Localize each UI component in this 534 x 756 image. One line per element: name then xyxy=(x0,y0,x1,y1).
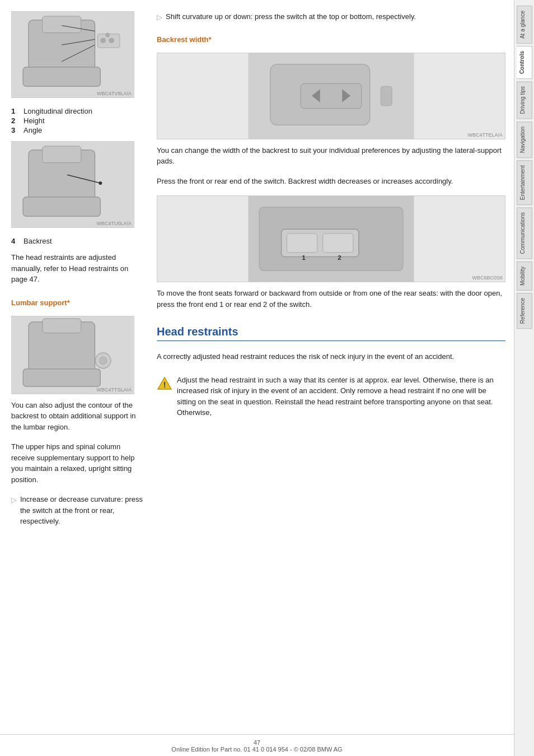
content-area: WBC4TV8LA/A 1 Longitudinal direction 2 H… xyxy=(0,0,514,734)
bullet-arrow-icon-2: ▷ xyxy=(157,12,162,23)
svg-rect-2 xyxy=(23,67,100,87)
svg-rect-28 xyxy=(381,86,392,106)
right-column: ▷ Shift curvature up or down: press the … xyxy=(157,11,505,729)
svg-rect-19 xyxy=(23,368,100,386)
backrest-body2: Press the front or rear end of the switc… xyxy=(157,176,505,187)
svg-text:2: 2 xyxy=(338,254,341,262)
numbered-list-4: 4 Backrest xyxy=(11,237,146,246)
sidebar-tab-driving-tips[interactable]: Driving tips xyxy=(517,81,532,119)
svg-rect-33 xyxy=(323,234,353,253)
sidebar-tab-communications[interactable]: Communications xyxy=(517,207,532,259)
lumbar-image: WBC4TTSLA/A xyxy=(11,316,134,394)
page-footer: 47 Online Edition for Part no. 01 41 0 0… xyxy=(0,734,514,756)
warning-box: ! Adjust the head restraint in such a wa… xyxy=(157,375,505,418)
page-number: 47 xyxy=(254,739,260,746)
lumbar-support-heading: Lumbar support* xyxy=(11,298,146,307)
svg-text:!: ! xyxy=(163,380,166,389)
svg-rect-3 xyxy=(43,16,81,33)
lumbar-bullet1: ▷ Increase or decrease curvature: press … xyxy=(11,494,146,527)
warning-text: Adjust the head restraint in such a way … xyxy=(177,375,505,418)
switch-img-caption: WBC6BC0S6 xyxy=(472,275,503,281)
seat-image-top: WBC4TV8LA/A xyxy=(11,11,134,98)
lumbar-img-caption: WBC4TTSLA/A xyxy=(96,387,132,393)
svg-rect-32 xyxy=(287,234,317,253)
img2-caption: WBC4TU0LA/A xyxy=(96,221,132,226)
sidebar: At a glance Controls Driving tips Naviga… xyxy=(514,0,534,756)
backrest-width-heading: Backrest width* xyxy=(157,35,505,44)
svg-rect-25 xyxy=(301,83,362,108)
svg-point-5 xyxy=(100,38,106,43)
list-item-1: 1 Longitudinal direction xyxy=(11,107,146,115)
backrest-img-caption: WBC4TTELA/A xyxy=(467,132,503,138)
svg-point-7 xyxy=(105,33,110,38)
sidebar-tab-navigation[interactable]: Navigation xyxy=(517,122,532,158)
list-item-3: 3 Angle xyxy=(11,126,146,134)
list-item-2: 2 Height xyxy=(11,116,146,125)
sidebar-tab-controls[interactable]: Controls xyxy=(517,46,532,79)
head-restraints-heading: Head restraints xyxy=(157,325,505,341)
list-item-4: 4 Backrest xyxy=(11,237,146,245)
footer-text: Online Edition for Part no. 01 41 0 014 … xyxy=(171,746,342,753)
numbered-list-123: 1 Longitudinal direction 2 Height 3 Angl… xyxy=(11,107,146,136)
sidebar-tab-mobility[interactable]: Mobility xyxy=(517,262,532,291)
left-column: WBC4TV8LA/A 1 Longitudinal direction 2 H… xyxy=(11,11,146,729)
svg-rect-20 xyxy=(43,318,81,333)
svg-rect-14 xyxy=(43,146,81,163)
backrest-body1: You can change the width of the backrest… xyxy=(157,145,505,167)
sidebar-tab-reference[interactable]: Reference xyxy=(517,293,532,329)
backrest-note: The head restraints are adjusted manuall… xyxy=(11,252,146,285)
backrest-width-image: WBC4TTELA/A xyxy=(157,53,505,139)
svg-text:1: 1 xyxy=(302,254,306,262)
switch-image: 1 2 WBC6BC0S6 xyxy=(157,195,505,282)
bullet-arrow-icon: ▷ xyxy=(11,494,17,527)
svg-rect-13 xyxy=(23,197,100,217)
head-restraints-body1: A correctly adjusted head restraint redu… xyxy=(157,351,505,362)
lumbar-body1: You can also adjust the contour of the b… xyxy=(11,400,146,433)
sidebar-tab-at-a-glance[interactable]: At a glance xyxy=(517,6,532,44)
svg-point-22 xyxy=(99,356,107,364)
sidebar-tab-entertainment[interactable]: Entertainment xyxy=(517,160,532,205)
img1-caption: WBC4TV8LA/A xyxy=(97,91,132,96)
seat-image-mid: WBC4TU0LA/A xyxy=(11,141,134,228)
shift-curvature-bullet: ▷ Shift curvature up or down: press the … xyxy=(157,11,505,23)
switch-body: To move the front seats forward or backw… xyxy=(157,288,505,310)
main-content: WBC4TV8LA/A 1 Longitudinal direction 2 H… xyxy=(0,0,514,756)
svg-point-6 xyxy=(109,38,114,43)
svg-point-16 xyxy=(99,181,102,185)
lumbar-body2: The upper hips and spinal column receive… xyxy=(11,441,146,485)
warning-icon: ! xyxy=(157,376,172,391)
